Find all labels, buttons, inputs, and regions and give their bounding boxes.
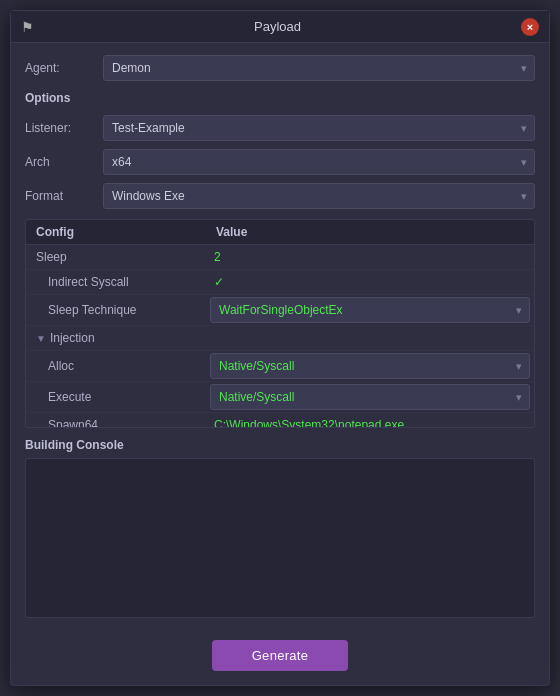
arch-row: Arch x64 x86 [25,149,535,175]
arch-select-wrapper: x64 x86 [103,149,535,175]
window-title: Payload [34,19,521,34]
listener-label: Listener: [25,121,95,135]
col-config: Config [26,220,206,244]
col-value: Value [206,220,534,244]
window-body: Agent: Demon Options Listener: Test-Exam… [11,43,549,630]
console-section: Building Console [25,438,535,618]
options-section: Options Listener: Test-Example Arch x64 … [25,91,535,209]
payload-window: ⚑ Payload × Agent: Demon Options Listene… [10,10,550,686]
indirect-syscall-key: Indirect Syscall [26,270,206,294]
alloc-key: Alloc [26,354,206,378]
indirect-syscall-value: ✓ [206,271,534,293]
alloc-select[interactable]: Native/Syscall Win32 [210,353,530,379]
spawn64-key: Spawn64 [26,413,206,428]
generate-button[interactable]: Generate [212,640,349,671]
sleep-technique-select-wrapper: WaitForSingleObjectEx NtWaitForSingleObj… [206,295,534,325]
table-row: Execute Native/Syscall Win32 [26,382,534,413]
table-row: Sleep Technique WaitForSingleObjectEx Nt… [26,295,534,326]
sleep-technique-select[interactable]: WaitForSingleObjectEx NtWaitForSingleObj… [210,297,530,323]
listener-select-wrapper: Test-Example [103,115,535,141]
arch-label: Arch [25,155,95,169]
sleep-technique-wrapper: WaitForSingleObjectEx NtWaitForSingleObj… [210,297,530,323]
listener-row: Listener: Test-Example [25,115,535,141]
sleep-value: 2 [206,246,534,268]
table-row: Indirect Syscall ✓ [26,270,534,295]
console-area [25,458,535,618]
sleep-technique-key: Sleep Technique [26,298,206,322]
table-row: Sleep 2 [26,245,534,270]
collapse-icon: ▼ [36,333,46,344]
console-label: Building Console [25,438,535,452]
config-table-header: Config Value [26,220,534,245]
injection-label: Injection [50,331,95,345]
listener-select[interactable]: Test-Example [103,115,535,141]
agent-label: Agent: [25,61,95,75]
format-select[interactable]: Windows Exe Windows DLL Shellcode [103,183,535,209]
format-label: Format [25,189,95,203]
execute-select-wrapper: Native/Syscall Win32 [206,382,534,412]
execute-select[interactable]: Native/Syscall Win32 [210,384,530,410]
format-row: Format Windows Exe Windows DLL Shellcode [25,183,535,209]
title-bar: ⚑ Payload × [11,11,549,43]
alloc-select-wrapper: Native/Syscall Win32 [206,351,534,381]
injection-section-header[interactable]: ▼ Injection [26,326,534,351]
window-icon: ⚑ [21,19,34,35]
options-label: Options [25,91,535,105]
execute-key: Execute [26,385,206,409]
table-row: Spawn64 C:\Windows\System32\notepad.exe [26,413,534,428]
close-button[interactable]: × [521,18,539,36]
table-row: Alloc Native/Syscall Win32 [26,351,534,382]
execute-wrapper: Native/Syscall Win32 [210,384,530,410]
agent-select[interactable]: Demon [103,55,535,81]
arch-select[interactable]: x64 x86 [103,149,535,175]
config-table: Config Value Sleep 2 Indirect Syscall ✓ … [25,219,535,428]
alloc-wrapper: Native/Syscall Win32 [210,353,530,379]
format-select-wrapper: Windows Exe Windows DLL Shellcode [103,183,535,209]
footer: Generate [11,630,549,685]
agent-select-wrapper: Demon [103,55,535,81]
sleep-key: Sleep [26,245,206,269]
agent-row: Agent: Demon [25,55,535,81]
spawn64-value: C:\Windows\System32\notepad.exe [206,414,534,428]
